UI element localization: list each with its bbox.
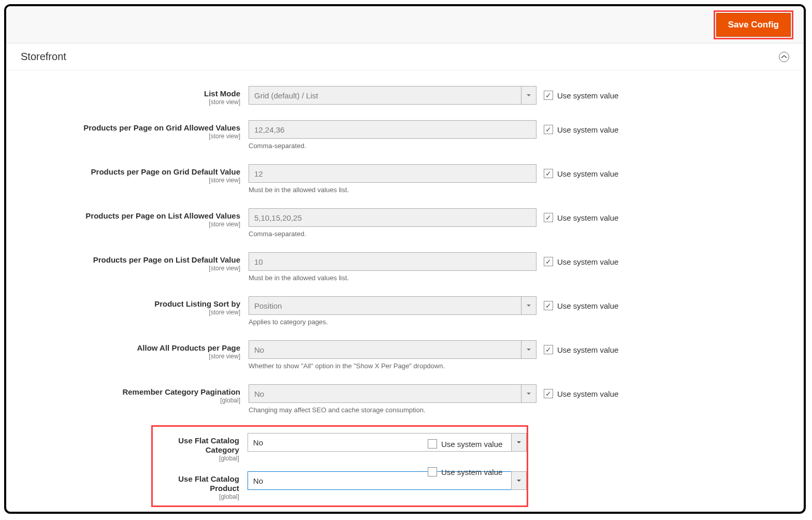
row-allow-all: Allow All Products per Page [store view]… xyxy=(21,340,789,370)
hint-sort-by: Applies to category pages. xyxy=(249,315,536,326)
form-area: List Mode [store view] Use system value … xyxy=(6,70,804,513)
checkbox-label: Use system value xyxy=(557,169,618,178)
checkbox-grid-default[interactable] xyxy=(544,169,553,178)
label-list-allowed: Products per Page on List Allowed Values xyxy=(21,211,240,221)
hint-allow-all: Whether to show "All" option in the "Sho… xyxy=(249,359,536,370)
row-sort-by: Product Listing Sort by [store view] App… xyxy=(21,296,789,326)
row-grid-allowed: Products per Page on Grid Allowed Values… xyxy=(21,120,789,150)
row-remember-pag: Remember Category Pagination [global] Ch… xyxy=(21,384,789,414)
label-sort-by: Product Listing Sort by xyxy=(21,299,240,309)
scope-list-allowed: [store view] xyxy=(21,221,240,228)
scope-grid-default: [store view] xyxy=(21,177,240,184)
hint-remember-pag: Changing may affect SEO and cache storag… xyxy=(249,403,536,414)
select-allow-all[interactable] xyxy=(249,340,536,359)
row-grid-default: Products per Page on Grid Default Value … xyxy=(21,164,789,194)
checkbox-allow-all[interactable] xyxy=(544,345,553,354)
checkbox-label: Use system value xyxy=(441,468,502,476)
checkbox-flat-category[interactable] xyxy=(428,439,437,449)
input-list-allowed[interactable] xyxy=(249,208,536,227)
checkbox-label: Use system value xyxy=(557,389,618,398)
select-sort-by[interactable] xyxy=(249,296,536,315)
label-list-mode: List Mode xyxy=(21,89,240,98)
scope-list-mode: [store view] xyxy=(21,98,240,106)
checkbox-flat-product[interactable] xyxy=(428,467,437,476)
topbar: Save Config xyxy=(6,6,804,44)
save-config-button[interactable]: Save Config xyxy=(716,13,791,37)
input-grid-default[interactable] xyxy=(249,164,536,183)
label-remember-pag: Remember Category Pagination xyxy=(21,387,240,397)
scope-list-default: [store view] xyxy=(21,265,240,272)
row-list-mode: List Mode [store view] Use system value xyxy=(21,86,789,106)
label-allow-all: Allow All Products per Page xyxy=(21,343,240,353)
checkbox-remember-pag[interactable] xyxy=(544,389,553,398)
input-list-default[interactable] xyxy=(249,252,536,271)
checkbox-label: Use system value xyxy=(557,257,618,266)
section-title: Storefront xyxy=(21,51,66,63)
hint-list-allowed: Comma-separated. xyxy=(249,227,536,238)
scope-grid-allowed: [store view] xyxy=(21,133,240,140)
scope-remember-pag: [global] xyxy=(21,397,240,404)
label-flat-category: Use Flat Catalog Category xyxy=(153,436,239,455)
label-flat-product: Use Flat Catalog Product xyxy=(153,474,239,493)
scope-allow-all: [store view] xyxy=(21,353,240,360)
hint-grid-default: Must be in the allowed values list. xyxy=(249,183,536,194)
select-list-mode-value xyxy=(249,86,536,105)
checkbox-label: Use system value xyxy=(557,345,618,354)
save-highlight: Save Config xyxy=(714,10,793,39)
checkbox-label: Use system value xyxy=(557,91,618,100)
select-sort-by-value xyxy=(249,296,536,315)
row-list-allowed: Products per Page on List Allowed Values… xyxy=(21,208,789,238)
checkbox-list-allowed[interactable] xyxy=(544,213,553,222)
label-grid-allowed: Products per Page on Grid Allowed Values xyxy=(21,123,240,133)
scope-flat-category: [global] xyxy=(153,455,239,462)
checkbox-label: Use system value xyxy=(557,213,618,222)
checkbox-list-mode[interactable] xyxy=(544,91,553,100)
scope-sort-by: [store view] xyxy=(21,309,240,316)
label-grid-default: Products per Page on Grid Default Value xyxy=(21,167,240,177)
label-list-default: Products per Page on List Default Value xyxy=(21,255,240,265)
select-remember-pag[interactable] xyxy=(249,384,536,403)
hint-grid-allowed: Comma-separated. xyxy=(249,139,536,150)
select-list-mode[interactable] xyxy=(249,86,536,105)
section-header[interactable]: Storefront xyxy=(6,44,804,70)
checkbox-sort-by[interactable] xyxy=(544,301,553,310)
checkbox-label: Use system value xyxy=(441,440,502,449)
chevron-up-icon[interactable] xyxy=(779,52,789,62)
hint-list-default: Must be in the allowed values list. xyxy=(249,271,536,282)
select-allow-all-value xyxy=(249,340,536,359)
checkbox-label: Use system value xyxy=(557,301,618,310)
select-remember-pag-value xyxy=(249,384,536,403)
checkbox-list-default[interactable] xyxy=(544,257,553,266)
scope-flat-product: [global] xyxy=(153,493,239,500)
checkbox-label: Use system value xyxy=(557,125,618,134)
config-frame: Save Config Storefront List Mode [store … xyxy=(4,4,806,514)
row-list-default: Products per Page on List Default Value … xyxy=(21,252,789,282)
checkbox-grid-allowed[interactable] xyxy=(544,125,553,134)
input-grid-allowed[interactable] xyxy=(249,120,536,139)
